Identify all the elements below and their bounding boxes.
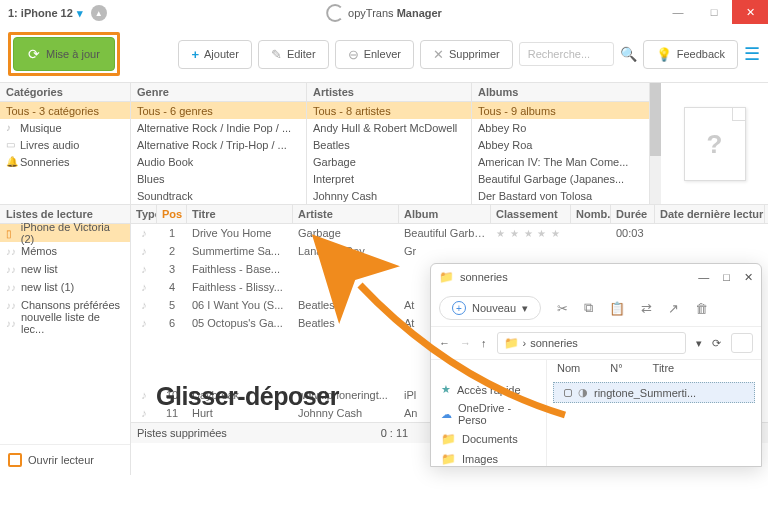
track-type-icon: ♪ — [131, 279, 157, 295]
track-pos: 1 — [157, 225, 187, 241]
artist-item[interactable]: Beatles — [307, 136, 471, 153]
genre-item[interactable]: Soundtrack — [131, 187, 306, 204]
albums-scrollbar[interactable] — [649, 83, 661, 204]
chevron-down-icon: ▾ — [77, 7, 83, 20]
explorer-minimize[interactable]: — — [698, 271, 709, 284]
x-icon: ✕ — [433, 47, 444, 62]
feedback-button[interactable]: 💡Feedback — [643, 40, 738, 69]
share-icon[interactable]: ↗ — [668, 301, 679, 316]
track-nomb — [571, 249, 611, 253]
col-nomb[interactable]: Nomb. — [571, 205, 611, 223]
album-item[interactable]: Abbey Roa — [472, 136, 649, 153]
sidebar-images[interactable]: 📁Images — [431, 449, 546, 467]
artist-item[interactable]: Andy Hull & Robert McDowell — [307, 119, 471, 136]
artist-item[interactable]: Johnny Cash — [307, 187, 471, 204]
artist-item[interactable]: Garbage — [307, 153, 471, 170]
menu-icon[interactable]: ☰ — [744, 43, 760, 65]
track-pos: 4 — [157, 279, 187, 295]
eject-button[interactable]: ▲ — [91, 5, 107, 21]
explorer-close[interactable]: ✕ — [744, 271, 753, 284]
note-icon: ♪♪ — [6, 282, 16, 293]
categories-all[interactable]: Tous - 3 catégories — [0, 102, 130, 119]
track-artist — [293, 357, 399, 361]
genre-item[interactable]: Alternative Rock / Trip-Hop / ... — [131, 136, 306, 153]
category-item[interactable]: 🔔Sonneries — [0, 153, 130, 170]
explorer-maximize[interactable]: □ — [723, 271, 730, 284]
remove-label: Enlever — [364, 48, 401, 60]
device-selector[interactable]: 1: iPhone 12 ▾ — [8, 7, 83, 20]
track-row[interactable]: ♪2Summertime Sa...Lana Del ReyGr — [131, 242, 768, 260]
col-artist[interactable]: Artiste — [293, 205, 399, 223]
trash-icon[interactable]: 🗑 — [695, 301, 708, 316]
sidebar-onedrive[interactable]: ☁OneDrive - Perso — [431, 399, 546, 429]
sidebar-documents[interactable]: 📁Documents — [431, 429, 546, 449]
playlist-item[interactable]: ♪♪nouvelle liste de lec... — [0, 314, 130, 332]
tracks-header-row: Type Pos Titre Artiste Album Classement … — [131, 205, 768, 224]
explorer-new-button[interactable]: +Nouveau▾ — [439, 296, 541, 320]
playlist-item[interactable]: ♪♪new list (1) — [0, 278, 130, 296]
chevron-down-icon[interactable]: ▾ — [696, 337, 702, 350]
close-button[interactable]: ✕ — [732, 0, 768, 24]
open-player-button[interactable]: Ouvrir lecteur — [0, 444, 130, 475]
playlist-item[interactable]: ♪♪Mémos — [0, 242, 130, 260]
playlist-device[interactable]: ▯iPhone de Victoria (2) — [0, 224, 130, 242]
col-rank[interactable]: Classement — [491, 205, 571, 223]
forward-icon[interactable]: → — [460, 337, 471, 349]
albums-column: Albums Tous - 9 albums Abbey Ro Abbey Ro… — [472, 83, 649, 204]
rename-icon[interactable]: ⇄ — [641, 301, 652, 316]
genre-item[interactable]: Alternative Rock / Indie Pop / ... — [131, 119, 306, 136]
track-album: Gr — [399, 243, 491, 259]
delete-button[interactable]: ✕Supprimer — [420, 40, 513, 69]
refresh-icon[interactable]: ⟳ — [712, 337, 721, 350]
album-item[interactable]: Beautiful Garbage (Japanes... — [472, 170, 649, 187]
remove-button[interactable]: ⊖Enlever — [335, 40, 414, 69]
explorer-col-title[interactable]: Titre — [653, 362, 675, 374]
music-icon: ♪ — [6, 122, 16, 133]
paste-icon[interactable]: 📋 — [609, 301, 625, 316]
genre-item[interactable]: Audio Book — [131, 153, 306, 170]
explorer-path[interactable]: 📁›sonneries — [497, 332, 687, 354]
album-item[interactable]: Der Bastard von Tolosa — [472, 187, 649, 204]
genre-item[interactable]: Blues — [131, 170, 306, 187]
playlist-item[interactable]: ♪♪new list — [0, 260, 130, 278]
copy-icon[interactable]: ⧉ — [584, 300, 593, 316]
album-item[interactable]: Abbey Ro — [472, 119, 649, 136]
col-album[interactable]: Album — [399, 205, 491, 223]
explorer-search[interactable] — [731, 333, 753, 353]
track-row[interactable]: ♪1Drive You HomeGarbageBeautiful Garba..… — [131, 224, 768, 242]
track-artist: Beatles — [293, 297, 399, 313]
edit-button[interactable]: ✎Editer — [258, 40, 329, 69]
folder-icon: 📁 — [439, 270, 454, 284]
col-dur[interactable]: Durée — [611, 205, 655, 223]
track-pos: 6 — [157, 315, 187, 331]
folder-icon: 📁 — [504, 336, 519, 350]
title-part-b: Manager — [397, 7, 442, 19]
explorer-col-num[interactable]: N° — [610, 362, 622, 374]
add-button[interactable]: +Ajouter — [178, 40, 251, 69]
search-icon[interactable]: 🔍 — [620, 46, 637, 62]
category-item[interactable]: ▭Livres audio — [0, 136, 130, 153]
update-button[interactable]: ⟳ Mise à jour — [13, 37, 115, 71]
explorer-col-name[interactable]: Nom — [557, 362, 580, 374]
up-icon[interactable]: ↑ — [481, 337, 487, 349]
col-date[interactable]: Date dernière lectur — [655, 205, 765, 223]
artist-item[interactable]: Interpret — [307, 170, 471, 187]
category-item[interactable]: ♪Musique — [0, 119, 130, 136]
col-title[interactable]: Titre — [187, 205, 293, 223]
album-item[interactable]: American IV: The Man Come... — [472, 153, 649, 170]
cloud-icon: ☁ — [441, 408, 452, 421]
deleted-tracks[interactable]: Pistes supprimées — [137, 427, 227, 439]
genres-all[interactable]: Tous - 6 genres — [131, 102, 306, 119]
albums-all[interactable]: Tous - 9 albums — [472, 102, 649, 119]
minimize-button[interactable]: — — [660, 0, 696, 24]
search-input[interactable]: Recherche... — [519, 42, 614, 66]
back-icon[interactable]: ← — [439, 337, 450, 349]
explorer-file-item[interactable]: ◑ringtone_Summerti... — [553, 382, 755, 403]
cut-icon[interactable]: ✂ — [557, 301, 568, 316]
col-pos[interactable]: Pos — [157, 205, 187, 223]
artists-all[interactable]: Tous - 8 artistes — [307, 102, 471, 119]
col-type[interactable]: Type — [131, 205, 157, 223]
maximize-button[interactable]: □ — [696, 0, 732, 24]
sidebar-quick-access[interactable]: ★Accès rapide — [431, 380, 546, 399]
explorer-sidebar-items: ★Accès rapide ☁OneDrive - Perso 📁Documen… — [431, 380, 547, 466]
